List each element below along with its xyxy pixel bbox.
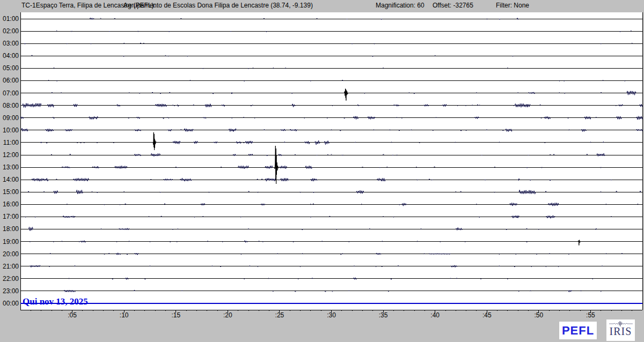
minute-label: :50	[531, 311, 547, 319]
hour-label: 09:00	[0, 114, 19, 122]
minute-label: :25	[272, 311, 288, 319]
hour-label: 11:00	[0, 139, 19, 146]
hour-label: 17:00	[0, 213, 19, 220]
hour-label: 03:00	[0, 40, 19, 47]
minute-label: :30	[324, 311, 340, 319]
trace-canvas	[0, 0, 644, 342]
hour-label: 15:00	[0, 188, 19, 196]
hour-label: 22:00	[0, 275, 19, 282]
hour-label: 10:00	[0, 127, 19, 134]
hour-label: 02:00	[0, 27, 19, 35]
helicorder-traces	[0, 0, 644, 342]
pefl-logo: PEFL	[559, 322, 597, 339]
hour-label: 21:00	[0, 263, 19, 270]
hour-label: 23:00	[0, 287, 19, 295]
hour-label: 00:00	[0, 300, 19, 307]
hour-label: 06:00	[0, 77, 19, 84]
iris-logo: IRIS	[606, 319, 635, 341]
hour-label: 19:00	[0, 238, 19, 246]
current-date-label: Qui nov 13, 2025	[23, 296, 88, 307]
minute-label: :45	[479, 311, 495, 319]
minute-label: :40	[427, 311, 443, 319]
iris-logo-text: IRIS	[610, 326, 632, 337]
helicorder-app-window: TC-1Espaço Terra, Filipa de Lencastre (P…	[0, 0, 644, 342]
minute-label: :15	[168, 311, 184, 319]
minute-label: :10	[116, 311, 132, 319]
hour-label: 08:00	[0, 102, 19, 109]
hour-label: 04:00	[0, 52, 19, 60]
pefl-logo-text: PEFL	[562, 324, 594, 338]
hour-label: 01:00	[0, 15, 19, 23]
minute-label: :55	[582, 311, 598, 319]
minute-label: :20	[219, 311, 236, 319]
minute-label: :35	[375, 311, 391, 319]
hour-label: 20:00	[0, 250, 19, 258]
hour-label: 18:00	[0, 225, 19, 233]
hour-label: 16:00	[0, 200, 19, 208]
hour-label: 14:00	[0, 176, 19, 183]
hour-label: 13:00	[0, 163, 19, 171]
hour-label: 05:00	[0, 64, 19, 72]
minute-label: :05	[64, 311, 80, 319]
hour-label: 12:00	[0, 151, 19, 159]
hour-label: 07:00	[0, 90, 19, 97]
helicorder-plot[interactable]	[0, 0, 644, 342]
